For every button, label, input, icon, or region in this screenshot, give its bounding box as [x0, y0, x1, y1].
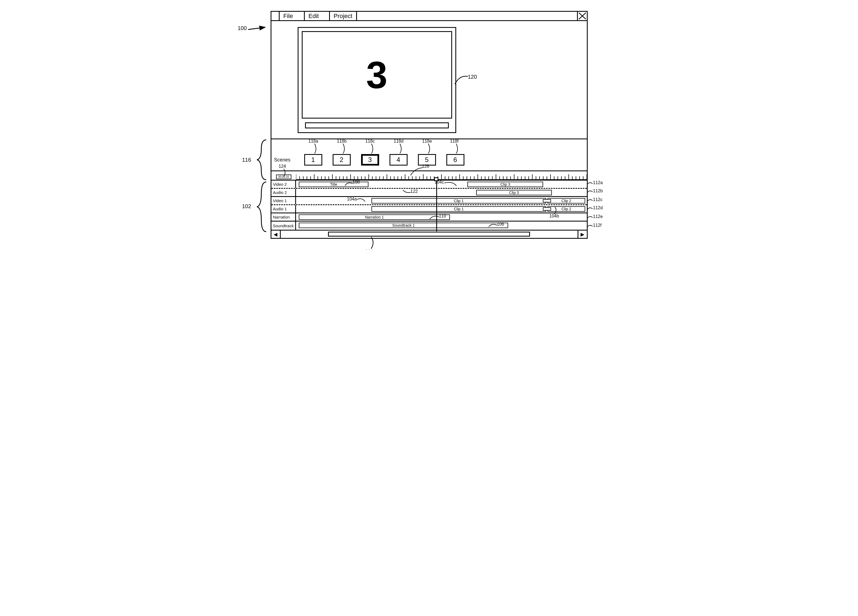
- lane-audio1[interactable]: Clip 1 Clip 2: [296, 205, 587, 213]
- track-video2: Video 2 Title Clip 3: [271, 181, 587, 189]
- menu-edit[interactable]: Edit: [305, 12, 330, 20]
- ref-126: 126: [422, 164, 429, 169]
- preview-frame: 3: [298, 27, 456, 133]
- scroll-left-button[interactable]: ◀: [271, 231, 281, 238]
- track-audio1: Audio 1 Clip 1 Clip 2: [271, 205, 587, 213]
- ref-100: 100: [238, 25, 247, 31]
- scroll-thumb[interactable]: [328, 232, 530, 237]
- track-soundtrack: Soundtrack Soundtrack 1: [271, 222, 587, 230]
- ref-118d: 118d: [394, 139, 404, 144]
- scene-thumb-3[interactable]: 3: [361, 154, 379, 166]
- ref-118c: 118c: [365, 139, 375, 144]
- timeline-ruler-row: 00:05:16: [271, 171, 587, 181]
- ref-120: 120: [468, 74, 477, 80]
- track-label-soundtrack: Soundtrack: [271, 222, 296, 230]
- brace-102: [256, 182, 267, 232]
- ref-122: 122: [410, 189, 418, 194]
- ref-112d: 112d: [593, 205, 603, 210]
- menubar: File Edit Project: [271, 12, 587, 21]
- menu-project[interactable]: Project: [330, 12, 357, 20]
- track-label-audio2: Audio 2: [271, 189, 296, 196]
- timeline: 00:05:16 Video 2: [271, 171, 587, 238]
- timeline-hscroll: ◀ ▶: [271, 230, 587, 238]
- ref-106: 106: [497, 222, 504, 227]
- lane-soundtrack[interactable]: Soundtrack 1: [296, 222, 587, 230]
- ref-102: 102: [242, 203, 251, 209]
- ref-112a: 112a: [593, 180, 603, 185]
- scene-thumb-6[interactable]: 6: [446, 154, 465, 166]
- clip-clip2-v[interactable]: Clip 2: [547, 198, 585, 203]
- ref-118b: 118b: [337, 139, 347, 144]
- track-audio2: Audio 2 Clip 3: [271, 189, 587, 197]
- svg-line-0: [248, 27, 265, 29]
- track-label-video2: Video 2: [271, 181, 296, 188]
- ref-112c: 112c: [593, 197, 603, 202]
- lane-video1[interactable]: Clip 1 Clip 2: [296, 197, 587, 204]
- clip-clip1-a[interactable]: Clip 1: [371, 206, 546, 212]
- brace-116: [256, 139, 267, 180]
- clip-clip3-a[interactable]: Clip 3: [476, 190, 552, 196]
- clip-narration1[interactable]: Narration 1: [299, 214, 450, 220]
- ref-118a: 118a: [309, 139, 319, 144]
- ref-112f: 112f: [593, 223, 602, 228]
- arrow-left-icon: ◀: [274, 231, 277, 237]
- scroll-trough[interactable]: [281, 231, 578, 238]
- clip-clip1-v[interactable]: Clip 1: [371, 198, 546, 203]
- menu-file[interactable]: File: [280, 12, 305, 20]
- scene-thumb-2[interactable]: 2: [333, 154, 351, 166]
- ref-112e: 112e: [593, 214, 603, 219]
- preview-canvas: 3: [302, 31, 452, 119]
- scene-thumb-4[interactable]: 4: [390, 154, 407, 166]
- preview-scene-number: 3: [366, 53, 388, 97]
- menubar-spacer: [271, 12, 280, 20]
- lane-audio2[interactable]: Clip 3: [296, 189, 587, 196]
- ref-118e: 118e: [422, 139, 432, 144]
- transition-a1[interactable]: [543, 207, 551, 211]
- ref-124: 124: [279, 164, 286, 169]
- preview-area: 3: [271, 21, 587, 138]
- ref-104a: 104a: [347, 197, 357, 202]
- arrow-right-icon: ▶: [581, 231, 584, 237]
- close-icon: [578, 12, 587, 20]
- scroll-right-button[interactable]: ▶: [578, 231, 587, 238]
- window-close-button[interactable]: [577, 12, 587, 20]
- clip-clip3-v[interactable]: Clip 3: [468, 182, 543, 187]
- preview-transport-bar[interactable]: [305, 123, 449, 129]
- track-label-video1: Video 1: [271, 197, 296, 204]
- ref-114: 114: [365, 248, 373, 250]
- timeline-ruler[interactable]: [296, 171, 587, 180]
- ref-118f: 118f: [450, 139, 459, 144]
- playhead-handle[interactable]: [434, 177, 438, 181]
- ref-108: 108: [353, 180, 360, 185]
- ref-116: 116: [242, 157, 251, 163]
- track-video1: Video 1 Clip 1 Clip 2: [271, 197, 587, 205]
- patent-figure-page: 100 File Edit Project: [238, 11, 620, 239]
- track-label-audio1: Audio 1: [271, 205, 296, 213]
- track-label-narration: Narration: [271, 213, 296, 221]
- clip-soundtrack1[interactable]: Soundtrack 1: [299, 223, 508, 228]
- ref-112b: 112b: [593, 188, 603, 193]
- scenes-label: Scenes: [271, 147, 296, 163]
- app-window: File Edit Project 3 Scenes: [270, 11, 588, 239]
- scene-thumb-1[interactable]: 1: [304, 154, 322, 166]
- transition-v1[interactable]: [543, 199, 551, 202]
- menubar-filler: [357, 12, 577, 20]
- ref-104b: 104b: [549, 214, 559, 219]
- scene-thumbs: 1 2 3 4 5 6: [296, 144, 465, 166]
- ref-110: 110: [439, 214, 446, 219]
